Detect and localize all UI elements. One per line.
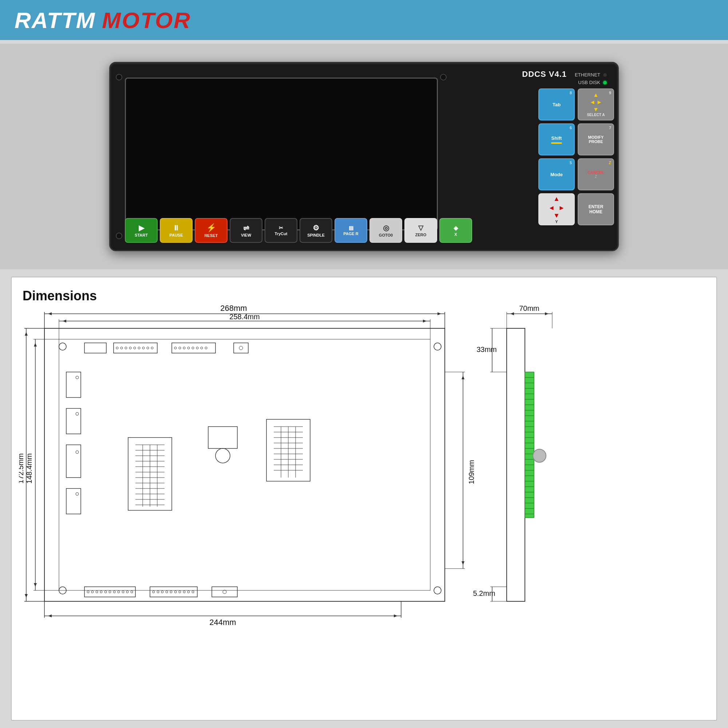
svg-point-24 xyxy=(200,347,203,349)
svg-point-10 xyxy=(125,347,127,349)
svg-point-53 xyxy=(216,448,230,463)
svg-rect-7 xyxy=(113,343,157,353)
svg-rect-0 xyxy=(44,328,445,601)
svg-marker-120 xyxy=(394,615,398,617)
pause-button[interactable]: ⏸ PAUSE xyxy=(160,218,193,243)
svg-rect-30 xyxy=(66,445,81,477)
svg-point-74 xyxy=(113,591,115,593)
usb-label: USB DISK xyxy=(571,80,600,85)
start-icon: ▶ xyxy=(139,223,144,232)
led-section: ETHERNET USB DISK xyxy=(571,72,607,85)
svg-point-32 xyxy=(76,376,79,379)
svg-marker-125 xyxy=(462,376,465,379)
trycut-label: TryCut xyxy=(275,231,288,236)
svg-point-84 xyxy=(170,591,172,593)
svg-point-82 xyxy=(161,591,164,593)
enter-label: ENTERHOME xyxy=(589,204,604,214)
svg-marker-96 xyxy=(437,312,441,315)
cancel-button[interactable]: Z CANCEL Z xyxy=(578,158,614,190)
svg-marker-107 xyxy=(25,332,28,336)
svg-point-19 xyxy=(179,347,181,349)
svg-point-20 xyxy=(183,347,185,349)
mode-label: Mode xyxy=(551,172,563,177)
select-label: SELECT A xyxy=(587,113,605,117)
zero-button[interactable]: ▽ ZERO xyxy=(404,218,437,243)
svg-rect-29 xyxy=(66,408,81,434)
svg-rect-128 xyxy=(507,328,525,601)
svg-point-15 xyxy=(147,347,149,349)
reset-icon: ⚡ xyxy=(206,223,216,232)
trycut-button[interactable]: ✂ TryCut xyxy=(265,218,297,243)
svg-rect-6 xyxy=(84,343,106,353)
svg-point-70 xyxy=(96,591,98,593)
mode-button[interactable]: 5 Mode xyxy=(538,158,575,190)
view-label: VIEW xyxy=(241,233,251,237)
spindle-button[interactable]: ⚙ SPINDLE xyxy=(300,218,332,243)
trycut-icon: ✂ xyxy=(279,225,283,231)
tab-button[interactable]: 8 Tab xyxy=(538,89,575,121)
select-button[interactable]: 9 ▲ ◄ ► ▼ SELECT A xyxy=(578,89,614,121)
mount-hole-bl xyxy=(116,232,122,239)
svg-point-9 xyxy=(121,347,123,349)
svg-point-73 xyxy=(109,591,111,593)
usb-led-row: USB DISK xyxy=(571,80,607,85)
goto0-icon: ◎ xyxy=(383,223,389,232)
svg-point-27 xyxy=(239,346,243,350)
pager-button[interactable]: ▤ PAGE R xyxy=(335,218,367,243)
ethernet-led xyxy=(603,73,607,77)
svg-point-77 xyxy=(126,591,128,593)
svg-text:258.4mm: 258.4mm xyxy=(229,313,260,321)
right-button-grid: 8 Tab 9 ▲ ◄ ► ▼ SELECT A xyxy=(538,89,614,225)
svg-point-83 xyxy=(166,591,168,593)
svg-point-5 xyxy=(434,587,441,594)
spindle-label: SPINDLE xyxy=(307,233,325,237)
pager-label: PAGE R xyxy=(343,231,358,236)
modify-num: 7 xyxy=(609,125,611,130)
logo-rattm: RATTM xyxy=(15,7,95,33)
svg-point-75 xyxy=(118,591,120,593)
start-button[interactable]: ▶ START xyxy=(125,218,158,243)
reset-button[interactable]: ⚡ RESET xyxy=(195,218,228,243)
dimension-svg: 268mm 258.4mm 172.5mm 148.4mm 244mm xyxy=(19,299,594,681)
svg-point-81 xyxy=(157,591,159,593)
y-button[interactable]: ▲ ◄ ► ▼ Y xyxy=(538,193,575,225)
svg-point-21 xyxy=(187,347,190,349)
svg-point-2 xyxy=(59,343,66,350)
header: RATTM MOTOR xyxy=(0,0,728,40)
modify-label: MODIFYPROBE xyxy=(588,135,604,144)
svg-point-88 xyxy=(187,591,190,593)
pause-label: PAUSE xyxy=(169,233,183,237)
svg-point-80 xyxy=(153,591,155,593)
view-button[interactable]: ⇌ VIEW xyxy=(230,218,262,243)
shift-label: Shift xyxy=(551,135,562,141)
svg-rect-26 xyxy=(234,343,248,353)
svg-marker-108 xyxy=(25,594,28,598)
cancel-num: Z xyxy=(609,161,611,165)
shift-button[interactable]: 6 Shift xyxy=(538,123,575,155)
svg-point-11 xyxy=(129,347,132,349)
cancel-label: CANCEL xyxy=(587,170,604,175)
svg-rect-28 xyxy=(66,372,81,398)
svg-marker-119 xyxy=(48,615,52,617)
controller-box: DDCS V4.1 ETHERNET USB DISK 8 Tab 9 xyxy=(109,62,619,251)
zero-icon: ▽ xyxy=(418,224,423,232)
enter-button[interactable]: ENTERHOME xyxy=(578,193,614,225)
x-button[interactable]: ◈ X xyxy=(439,218,472,243)
tab-label: Tab xyxy=(552,102,561,107)
svg-point-3 xyxy=(434,343,441,350)
svg-point-71 xyxy=(100,591,102,593)
svg-point-22 xyxy=(192,347,194,349)
svg-marker-161 xyxy=(545,312,549,315)
reset-label: RESET xyxy=(205,233,218,238)
svg-point-89 xyxy=(192,591,194,593)
goto0-button[interactable]: ◎ GOTO0 xyxy=(369,218,402,243)
svg-point-76 xyxy=(122,591,124,593)
mode-num: 5 xyxy=(570,161,572,165)
svg-point-18 xyxy=(174,347,177,349)
svg-text:70mm: 70mm xyxy=(519,304,540,312)
svg-point-13 xyxy=(138,347,140,349)
modify-button[interactable]: 7 MODIFYPROBE xyxy=(578,123,614,155)
ethernet-label: ETHERNET xyxy=(571,72,600,78)
x-icon: ◈ xyxy=(454,225,458,231)
view-icon: ⇌ xyxy=(243,223,249,232)
